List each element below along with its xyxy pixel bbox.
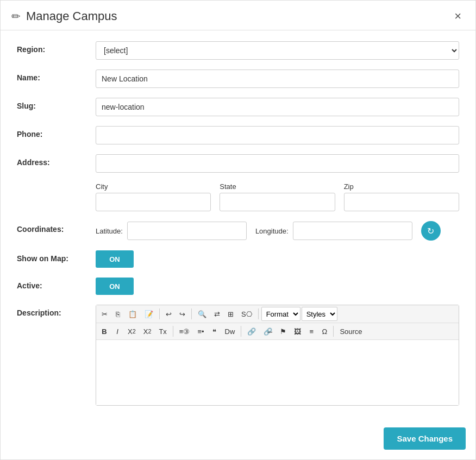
save-changes-button[interactable]: Save Changes (384, 427, 466, 450)
zip-field-label: Zip (344, 182, 459, 191)
description-label: Description: (17, 305, 96, 317)
copy-button[interactable]: ⎘ (112, 307, 124, 320)
image-button[interactable]: 🖼 (291, 325, 304, 338)
editor-content-area[interactable] (96, 340, 459, 405)
spell-button[interactable]: S⎔ (238, 307, 255, 320)
redo-button[interactable]: ↪ (176, 307, 189, 320)
special-chars-button[interactable]: Dw (222, 325, 239, 338)
name-label: Name: (17, 70, 96, 82)
active-row: Active: ON (17, 278, 459, 295)
paste-button[interactable]: 📋 (125, 307, 140, 320)
italic-button[interactable]: I (111, 325, 123, 338)
slug-label: Slug: (17, 98, 96, 110)
show-on-map-toggle-container: ON (96, 250, 459, 268)
styles-select[interactable]: Styles (302, 307, 337, 321)
paste-text-button[interactable]: 📝 (141, 307, 156, 320)
toolbar-sep-5 (241, 326, 241, 337)
latitude-label: Latitude: (96, 227, 123, 235)
ul-button[interactable]: ≡• (194, 325, 207, 338)
coordinates-field: Latitude: Longitude: ↻ (96, 221, 459, 241)
longitude-group: Longitude: (255, 222, 412, 240)
active-toggle-container: ON (96, 278, 459, 295)
show-on-map-row: Show on Map: ON (17, 250, 459, 268)
undo-button[interactable]: ↩ (162, 307, 175, 320)
unlink-button[interactable]: 🔗̶ (260, 325, 275, 338)
editor-container: ✂ ⎘ 📋 📝 ↩ ↪ 🔍 ⇄ ⊞ S⎔ Fo (96, 305, 459, 406)
active-field: ON (96, 278, 459, 295)
modal-header: ✏ Manage Campus × (1, 1, 475, 30)
cut-button[interactable]: ✂ (98, 307, 111, 320)
align-button[interactable]: ≡ (305, 325, 317, 338)
slug-input[interactable] (96, 98, 459, 116)
toolbar-sep-4 (173, 326, 173, 337)
zip-input[interactable] (344, 193, 459, 211)
phone-label: Phone: (17, 126, 96, 138)
toolbar-sep-1 (159, 308, 160, 319)
state-group: State (220, 182, 335, 211)
pencil-icon: ✏ (11, 10, 21, 23)
active-value: ON (109, 282, 120, 291)
show-on-map-toggle[interactable]: ON (96, 250, 134, 268)
link-button[interactable]: 🔗 (244, 325, 259, 338)
city-state-zip-group: City State Zip (96, 182, 459, 211)
region-select[interactable]: [select] (96, 41, 459, 60)
state-input[interactable] (220, 193, 335, 211)
show-on-map-field: ON (96, 250, 459, 268)
coordinates-group: Latitude: Longitude: ↻ (96, 221, 459, 241)
slug-row: Slug: (17, 98, 459, 116)
description-row: Description: ✂ ⎘ 📋 📝 ↩ ↪ 🔍 ⇄ (17, 305, 459, 406)
toolbar-sep-2 (191, 308, 192, 319)
latitude-group: Latitude: (96, 222, 247, 240)
slug-field (96, 98, 459, 116)
active-toggle[interactable]: ON (96, 278, 134, 295)
latitude-input[interactable] (127, 222, 247, 240)
name-field (96, 70, 459, 88)
find-button[interactable]: 🔍 (195, 307, 210, 320)
omega-button[interactable]: Ω (318, 325, 330, 338)
manage-campus-modal: ✏ Manage Campus × Region: [select] Name:… (0, 0, 476, 460)
phone-input[interactable] (96, 126, 459, 144)
city-state-zip-fields: City State Zip (96, 182, 459, 211)
toolbar-sep-6 (333, 326, 334, 337)
address-row: Address: (17, 154, 459, 173)
city-state-zip-spacer (17, 182, 96, 186)
modal-title: ✏ Manage Campus (11, 9, 117, 23)
address-field (96, 154, 459, 173)
name-input[interactable] (96, 70, 459, 88)
longitude-label: Longitude: (255, 227, 289, 235)
phone-field (96, 126, 459, 144)
modal-body: Region: [select] Name: Slug: Phone: (1, 30, 475, 459)
city-state-zip-row: City State Zip (17, 182, 459, 211)
anchor-button[interactable]: ⚑ (277, 325, 290, 338)
format-select[interactable]: Format (261, 307, 300, 321)
region-row: Region: [select] (17, 41, 459, 60)
source-button[interactable]: Source (336, 325, 365, 338)
refresh-icon: ↻ (427, 226, 434, 236)
clear-format-icon: Tx (159, 327, 166, 336)
modal-title-text: Manage Campus (26, 9, 117, 23)
superscript-button[interactable]: X2 (140, 325, 155, 338)
ol-button[interactable]: ≡③ (176, 325, 193, 338)
table-button[interactable]: ⊞ (224, 307, 237, 320)
name-row: Name: (17, 70, 459, 88)
show-on-map-label: Show on Map: (17, 250, 96, 263)
bold-button[interactable]: B (98, 325, 110, 338)
active-label: Active: (17, 278, 96, 290)
city-input[interactable] (96, 193, 211, 211)
phone-row: Phone: (17, 126, 459, 144)
replace-button[interactable]: ⇄ (211, 307, 223, 320)
toolbar-sep-3 (258, 308, 259, 319)
show-on-map-value: ON (109, 255, 120, 263)
subscript-button[interactable]: X2 (124, 325, 139, 338)
close-button[interactable]: × (451, 9, 465, 23)
coordinates-row: Coordinates: Latitude: Longitude: ↻ (17, 221, 459, 241)
address-input[interactable] (96, 154, 459, 173)
address-label: Address: (17, 154, 96, 167)
description-field: ✂ ⎘ 📋 📝 ↩ ↪ 🔍 ⇄ ⊞ S⎔ Fo (96, 305, 459, 406)
longitude-input[interactable] (293, 222, 412, 240)
refresh-coordinates-button[interactable]: ↻ (421, 221, 441, 241)
blockquote-button[interactable]: ❝ (209, 325, 221, 338)
bold-icon: B (102, 327, 107, 336)
italic-icon: I (116, 327, 118, 336)
clear-format-button[interactable]: Tx (155, 325, 170, 338)
